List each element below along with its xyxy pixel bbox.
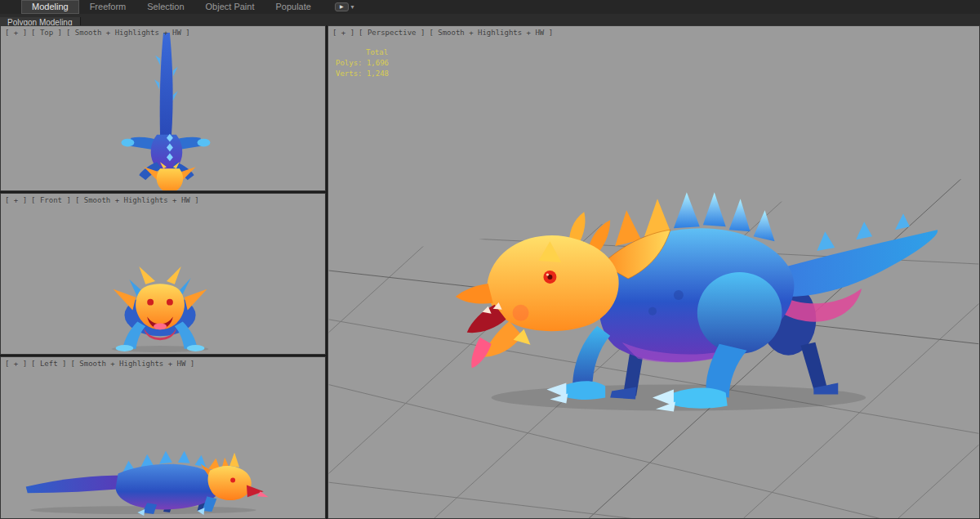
viewport-plus-menu[interactable]: [ + ] — [332, 29, 354, 37]
viewport-name-menu[interactable]: [ Top ] — [31, 29, 62, 37]
viewport-name-menu[interactable]: [ Left ] — [31, 360, 66, 368]
viewport-plus-menu[interactable]: [ + ] — [5, 196, 27, 204]
statistics-overlay: Total Polys: 1,696 Verts: 1,248 — [336, 47, 389, 79]
viewport-name-menu[interactable]: [ Front ] — [31, 196, 71, 204]
viewport-shading-menu[interactable]: [ Smooth + Highlights + HW ] — [75, 196, 199, 204]
ribbon-tab-bar: Modeling Freeform Selection Object Paint… — [0, 0, 980, 14]
viewport-top-canvas[interactable] — [1, 26, 325, 190]
creature-model[interactable] — [456, 192, 938, 411]
stats-verts: Verts: 1,248 — [336, 69, 389, 79]
viewport-front[interactable]: [ + ] [ Front ] [ Smooth + Highlights + … — [0, 193, 326, 355]
creature-model-front[interactable] — [112, 266, 209, 352]
viewport-shading-menu[interactable]: [ Smooth + Highlights + HW ] — [70, 360, 194, 368]
play-icon: ▶ — [335, 2, 349, 11]
ribbon-tab-modeling[interactable]: Modeling — [21, 0, 79, 14]
viewport-top[interactable]: [ + ] [ Top ] [ Smooth + Highlights + HW… — [0, 25, 326, 191]
viewport-shading-menu[interactable]: [ Smooth + Highlights + HW ] — [429, 29, 553, 37]
ribbon-tab-freeform[interactable]: Freeform — [79, 0, 137, 14]
viewport-shading-menu[interactable]: [ Smooth + Highlights + HW ] — [66, 29, 190, 37]
ribbon-tab-populate[interactable]: Populate — [265, 0, 321, 14]
viewport-plus-menu[interactable]: [ + ] — [5, 360, 27, 368]
ribbon-tab-selection[interactable]: Selection — [136, 0, 194, 14]
viewport-left-canvas[interactable] — [1, 357, 325, 518]
stats-total-label: Total — [336, 47, 389, 58]
viewport-name-menu[interactable]: [ Perspective ] — [359, 29, 425, 37]
viewport-left-label: [ + ] [ Left ] [ Smooth + Highlights + H… — [5, 360, 194, 368]
ribbon-tab-object-paint[interactable]: Object Paint — [195, 0, 265, 14]
viewport-front-label: [ + ] [ Front ] [ Smooth + Highlights + … — [5, 196, 199, 204]
viewport-front-canvas[interactable] — [1, 194, 325, 354]
caret-down-icon: ▾ — [351, 0, 354, 14]
ribbon-panel-row: Polygon Modeling — [0, 14, 980, 25]
ribbon-display-toggle[interactable]: ▶ ▾ — [335, 0, 354, 14]
viewport-left[interactable]: [ + ] [ Left ] [ Smooth + Highlights + H… — [0, 356, 326, 519]
creature-model-left[interactable] — [26, 451, 269, 516]
viewport-top-label: [ + ] [ Top ] [ Smooth + Highlights + HW… — [5, 29, 190, 37]
viewport-plus-menu[interactable]: [ + ] — [5, 29, 27, 37]
viewport-perspective-canvas[interactable] — [328, 26, 979, 518]
viewport-perspective[interactable]: [ + ] [ Perspective ] [ Smooth + Highlig… — [327, 25, 980, 519]
creature-model-top[interactable] — [122, 33, 211, 190]
stats-polys: Polys: 1,696 — [336, 58, 389, 69]
viewport-perspective-label: [ + ] [ Perspective ] [ Smooth + Highlig… — [332, 29, 553, 37]
application-window: Modeling Freeform Selection Object Paint… — [0, 0, 980, 519]
